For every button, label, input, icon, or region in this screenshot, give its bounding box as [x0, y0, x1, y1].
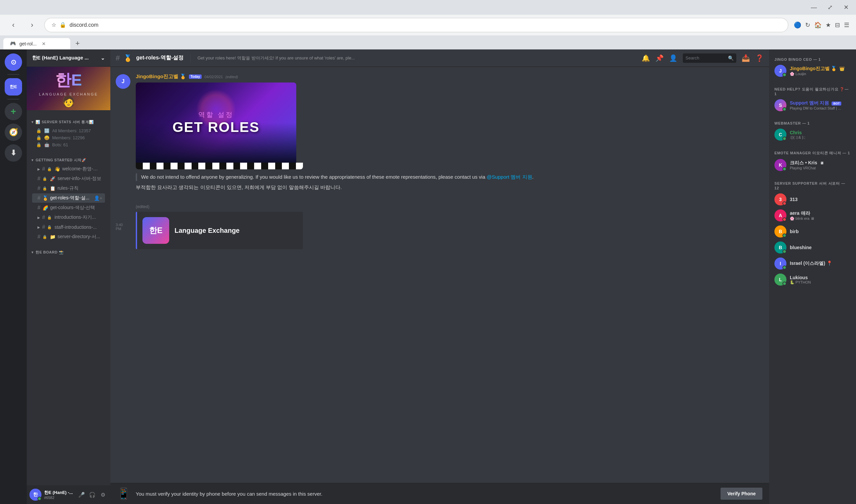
message-timestamp-1: 04/02/2021: [204, 75, 223, 79]
message-blockquote-container: We do not intend to offend anyone by gen…: [136, 173, 764, 181]
member-status-aera: [783, 217, 786, 221]
main-content: # 🏅 get-roles-역할-설정 Get your roles here!…: [110, 50, 769, 504]
member-info-birb: birb: [790, 229, 851, 234]
forward-btn[interactable]: ›: [25, 18, 39, 32]
category-emote-header: EMOTE MANAGER 이모티콘 매니저 — 1: [772, 148, 853, 157]
member-blueshine[interactable]: B blueshine: [772, 239, 853, 255]
reload-icon[interactable]: ↻: [805, 21, 810, 29]
category-getting-started: ▼ GETTING STARTED 시작🚀 ▶ # 🔒 👋 welcome-환영…: [27, 151, 110, 243]
member-chris[interactable]: C Chris :(){ :|:& }:;: [772, 127, 853, 143]
bots-stat: 🔒 🤖 Bots: 61: [32, 141, 105, 148]
extensions-icon[interactable]: ★: [825, 21, 831, 29]
category-label-gs: GETTING STARTED 시작🚀: [35, 158, 86, 163]
member-info-israel: Israel (이스라엘) 📍: [790, 260, 851, 267]
home-icon[interactable]: 🏠: [814, 21, 822, 29]
member-avatar-kris: K: [774, 159, 786, 171]
channel-item-colours[interactable]: # 🌈 get-colours-색상-선택: [32, 203, 105, 212]
collapse-arrow: ▼: [31, 120, 34, 124]
tab-close-btn[interactable]: ✕: [42, 41, 46, 47]
server-banner: 한E LANGUAGE EXCHANGE 🧑: [27, 67, 110, 110]
back-btn[interactable]: ‹: [7, 18, 20, 32]
message-group-2: 3:40 PM (edited) 한E Language Exchange: [110, 203, 769, 251]
member-kris[interactable]: K 크리스 • Kris 🖥 Playing VRChat: [772, 157, 853, 173]
channel-hash-colours: #: [37, 205, 40, 211]
channel-item-staff-intros[interactable]: ▶ # 🔒 staff-introductions-...: [32, 222, 105, 232]
message-group-1: J JingoBingo진고벨 🏅 Today 04/02/2021 (edit…: [110, 72, 769, 192]
download-btn[interactable]: ⬇: [5, 144, 22, 162]
channel-item-getroles[interactable]: # 🏅 get-roles-역할-설... 👤+: [32, 193, 105, 203]
channel-hash-rules: #: [37, 185, 40, 192]
lock-intros: 🔒: [47, 215, 52, 220]
member-name-jingo: JingoBingo진고벨 🏅 👑: [790, 66, 851, 72]
explore-btn[interactable]: 🧭: [5, 124, 22, 141]
settings-btn[interactable]: ⚙: [98, 490, 108, 499]
member-status-birb: [783, 233, 786, 237]
channel-item-serverinfo[interactable]: # 🔒 🚀 server-info-서버-정보: [32, 174, 105, 183]
member-aera[interactable]: A aera 애라 🌸 blink era 🖥: [772, 208, 853, 223]
member-israel[interactable]: I Israel (이스라엘) 📍: [772, 255, 853, 272]
channel-emoji-getroles: 🏅: [42, 195, 48, 201]
member-status-israel: [783, 266, 786, 270]
tab-manager-icon[interactable]: ⊟: [835, 21, 840, 29]
member-jingo[interactable]: J JingoBingo진고벨 🏅 👑 🌸 Louijin: [772, 63, 853, 79]
deafen-btn[interactable]: 🎧: [88, 490, 97, 499]
server-header[interactable]: 한E (HanE) Language ... ⌄: [27, 50, 110, 67]
stat-icon-bot: 🤖: [44, 142, 50, 147]
member-status-313: [783, 201, 786, 205]
mute-btn[interactable]: 🎤: [77, 490, 86, 499]
channel-hash-staff: #: [42, 224, 45, 230]
channel-name-welcome: welcome-환영-채널: [62, 166, 102, 172]
discord-icon[interactable]: 🔵: [794, 21, 801, 29]
discord-home-btn[interactable]: ⊙: [5, 53, 22, 71]
header-search-bar[interactable]: Search 🔍: [683, 53, 736, 63]
server-divider-2: [7, 99, 19, 100]
inbox-icon[interactable]: 📥: [742, 54, 750, 62]
browser-toolbar: 🔵 ↻ 🏠 ★ ⊟ ☰: [794, 21, 849, 29]
members-toggle-icon[interactable]: 👤: [669, 54, 678, 62]
category-header-getting-started[interactable]: ▼ GETTING STARTED 시작🚀: [30, 156, 108, 164]
lock-serverinfo: 🔒: [42, 177, 47, 181]
channel-item-directory[interactable]: # 🔒 📁 server-directory-서...: [32, 232, 105, 241]
add-server-btn[interactable]: +: [5, 103, 22, 120]
address-bar[interactable]: ☆ 🔒 discord.com: [44, 18, 788, 32]
channel-hash-getroles: #: [37, 195, 40, 201]
roles-title-text: GET ROLES: [173, 119, 260, 135]
tab-title: get-rol...: [19, 41, 36, 47]
member-lukious[interactable]: L Lukious 🐍 PYTHON: [772, 272, 853, 288]
hane-server-icon[interactable]: 한E: [5, 78, 22, 95]
bell-icon[interactable]: 🔔: [642, 54, 650, 62]
minimize-btn[interactable]: —: [809, 3, 819, 12]
channel-item-intros[interactable]: ▶ # 🔒 introductions-자기...: [32, 213, 105, 222]
active-tab[interactable]: 🎮 get-rol... ✕: [3, 38, 70, 50]
header-channel-emoji: 🏅: [124, 54, 132, 62]
help-icon[interactable]: ❓: [755, 54, 764, 62]
category-header-hane[interactable]: ▼ 한E BOARD 📸: [30, 249, 108, 256]
support-link[interactable]: @Support 멤버 지원: [486, 174, 532, 180]
user-actions: 🎤 🎧 ⚙: [77, 490, 108, 499]
new-tab-btn[interactable]: +: [71, 37, 84, 50]
menu-icon[interactable]: ☰: [844, 21, 849, 29]
member-birb[interactable]: B birb: [772, 223, 853, 239]
embed-card: 한E Language Exchange: [136, 212, 303, 249]
member-313[interactable]: 3 313: [772, 192, 853, 208]
channel-item-welcome[interactable]: ▶ # 🔒 👋 welcome-환영-채널: [32, 164, 105, 174]
bookmark-icon: ☆: [51, 22, 56, 28]
maximize-btn[interactable]: ⤢: [825, 3, 835, 12]
verify-phone-button[interactable]: Verify Phone: [721, 488, 763, 500]
close-btn[interactable]: ✕: [841, 3, 851, 12]
channel-name-dir: server-directory-서...: [57, 234, 102, 240]
message-blockquote: We do not intend to offend anyone by gen…: [136, 173, 764, 181]
message-username-1[interactable]: JingoBingo진고벨 🏅: [136, 73, 186, 80]
category-header-stats[interactable]: ▼ 📊 SERVER STATS 서버 통계📊: [30, 118, 108, 126]
members-category-jingo: JINGO BINGO CEO — 1 J JingoBingo진고벨 🏅 👑 …: [772, 55, 853, 79]
all-members-stat: 🔒 🔢 All Members: 12357: [32, 127, 105, 134]
pin-icon[interactable]: 📌: [655, 54, 664, 62]
message-content-2: (edited) 한E Language Exchange: [136, 204, 764, 249]
member-support[interactable]: S Support 멤버 지원 BOT Playing DM to Contac…: [772, 97, 853, 113]
edited-label-2: (edited): [136, 204, 764, 209]
members-category-supporter: SERVER SUPPORTER 서버 서포터 — 12 3 313 A aer…: [772, 178, 853, 288]
screen-icon-kris: 🖥: [820, 161, 824, 165]
browser-tabs: 🎮 get-rol... ✕ +: [0, 35, 856, 50]
member-activity-chris: :(){ :|:& }:;: [790, 135, 851, 139]
channel-item-rules[interactable]: # 🔒 📋 rules-규칙: [32, 184, 105, 193]
